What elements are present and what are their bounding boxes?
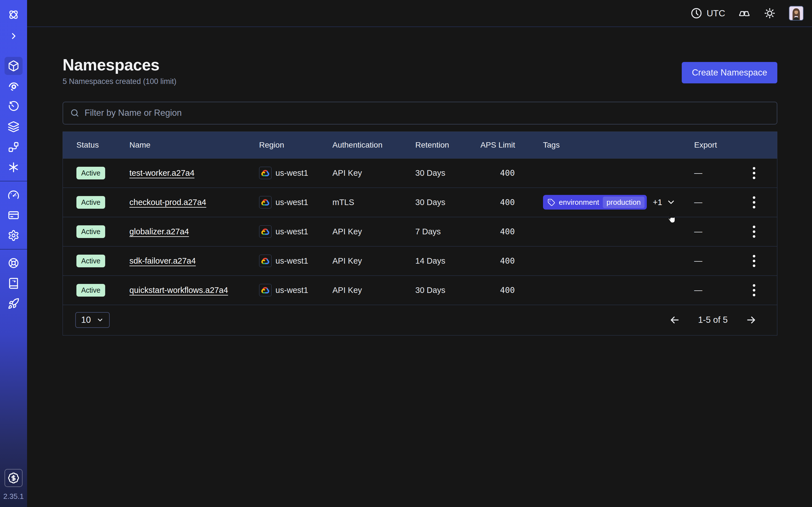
pricing-badge-button[interactable] xyxy=(4,469,22,487)
table-row: Active quickstart-workflows.a27a4 us-wes… xyxy=(63,276,777,305)
gcp-region-icon xyxy=(259,225,271,238)
monitor-eye-icon xyxy=(8,80,19,92)
search-icon xyxy=(70,108,80,118)
table-footer: 10 1-5 of 5 xyxy=(63,305,777,335)
row-menu-button[interactable] xyxy=(747,283,761,297)
page-subtitle: 5 Namespaces created (100 limit) xyxy=(63,77,176,86)
glasses-icon xyxy=(738,7,751,19)
sidebar-item-docs[interactable] xyxy=(4,274,22,292)
retention-value: 30 Days xyxy=(415,168,480,178)
namespace-link[interactable]: sdk-failover.a27a4 xyxy=(130,256,196,266)
layers-icon xyxy=(8,121,19,133)
docs-book-icon xyxy=(8,277,19,289)
page-size-select[interactable]: 10 xyxy=(75,312,110,328)
next-page-button[interactable] xyxy=(745,314,757,326)
pagination-range: 1-5 of 5 xyxy=(698,315,728,325)
sidebar-item-monitor[interactable] xyxy=(4,77,22,95)
aps-limit-value: 400 xyxy=(480,198,543,207)
tag-badge[interactable]: environment production xyxy=(543,195,647,210)
theme-toggle-button[interactable] xyxy=(763,7,776,19)
prev-page-button[interactable] xyxy=(669,314,680,326)
avatar-image xyxy=(790,6,803,20)
sidebar-divider xyxy=(0,249,27,249)
sidebar-item-nexus[interactable] xyxy=(4,158,22,176)
sidebar-item-settings[interactable] xyxy=(4,226,22,244)
status-badge: Active xyxy=(77,225,105,238)
nexus-asterisk-icon xyxy=(8,161,19,173)
billing-card-icon xyxy=(8,209,19,221)
col-name: Name xyxy=(130,140,259,150)
clock-icon xyxy=(690,7,703,19)
row-menu-button[interactable] xyxy=(747,166,761,180)
gcp-region-icon xyxy=(259,196,271,209)
col-export: Export xyxy=(694,140,731,150)
namespaces-table: Status Name Region Authentication Retent… xyxy=(63,131,777,335)
timer-icon xyxy=(8,101,19,112)
table-header: Status Name Region Authentication Retent… xyxy=(63,132,777,158)
col-aps-limit: APS Limit xyxy=(480,140,543,150)
table-row: Active globalizer.a27a4 us-west1 API Key… xyxy=(63,217,777,246)
row-menu-button[interactable] xyxy=(747,253,761,268)
create-namespace-button[interactable]: Create Namespace xyxy=(682,62,777,83)
getting-started-rocket-icon xyxy=(8,298,19,309)
sidebar-item-workflows[interactable] xyxy=(4,138,22,156)
col-authentication: Authentication xyxy=(333,140,415,150)
retention-value: 30 Days xyxy=(415,286,480,295)
sidebar-item-billing[interactable] xyxy=(4,206,22,224)
row-menu-button[interactable] xyxy=(747,224,761,239)
chevron-right-icon xyxy=(9,32,18,40)
status-badge: Active xyxy=(77,196,105,209)
aps-limit-value: 400 xyxy=(480,227,543,236)
namespaces-cube-icon xyxy=(8,60,19,72)
retention-value: 30 Days xyxy=(415,198,480,207)
namespace-link[interactable]: checkout-prod.a27a4 xyxy=(130,198,206,207)
sidebar: 2.35.1 xyxy=(0,0,27,507)
auth-value: API Key xyxy=(333,168,415,178)
filter-input[interactable] xyxy=(85,108,770,118)
sidebar-expand-button[interactable] xyxy=(4,27,22,45)
sidebar-divider xyxy=(0,181,27,181)
aps-limit-value: 400 xyxy=(480,256,543,266)
topbar: UTC xyxy=(27,0,812,27)
namespace-link[interactable]: globalizer.a27a4 xyxy=(130,227,189,236)
col-tags: Tags xyxy=(543,140,694,150)
user-avatar[interactable] xyxy=(789,6,804,20)
status-badge: Active xyxy=(77,284,105,297)
export-value: — xyxy=(694,256,731,266)
auth-value: API Key xyxy=(333,227,415,236)
table-body: Active test-worker.a27a4 us-west1 API Ke… xyxy=(63,158,777,305)
timezone-label: UTC xyxy=(707,8,725,18)
sun-icon xyxy=(763,7,776,19)
namespace-link[interactable]: quickstart-workflows.a27a4 xyxy=(130,286,228,295)
region-label: us-west1 xyxy=(275,286,308,295)
gcp-region-icon xyxy=(259,255,271,267)
table-row: Active checkout-prod.a27a4 us-west1 mTLS… xyxy=(63,187,777,217)
col-retention: Retention xyxy=(415,140,480,150)
sidebar-item-schedules[interactable] xyxy=(4,98,22,115)
retention-value: 7 Days xyxy=(415,227,480,236)
dev-mode-button[interactable] xyxy=(738,7,751,19)
row-menu-button[interactable] xyxy=(747,195,761,210)
sidebar-item-deployments[interactable] xyxy=(4,118,22,136)
sidebar-item-getting-started[interactable] xyxy=(4,295,22,313)
workflow-branch-icon xyxy=(8,141,19,153)
timezone-button[interactable]: UTC xyxy=(690,7,725,19)
chevron-down-icon xyxy=(96,316,104,324)
auth-value: mTLS xyxy=(333,198,415,207)
col-status: Status xyxy=(77,140,130,150)
sidebar-item-usage[interactable] xyxy=(4,186,22,204)
region-label: us-west1 xyxy=(275,198,308,207)
sidebar-item-support[interactable] xyxy=(4,254,22,272)
gcp-region-icon xyxy=(259,167,271,179)
gcp-region-icon xyxy=(259,284,271,296)
auth-value: API Key xyxy=(333,286,415,295)
sidebar-item-namespaces[interactable] xyxy=(4,57,22,75)
status-badge: Active xyxy=(77,167,105,179)
tags-expand-chevron[interactable] xyxy=(666,198,676,207)
aps-limit-value: 400 xyxy=(480,168,543,178)
auth-value: API Key xyxy=(333,256,415,266)
tag-group: environment production +1 xyxy=(543,195,694,210)
page-title: Namespaces xyxy=(63,56,176,74)
namespace-link[interactable]: test-worker.a27a4 xyxy=(130,168,195,178)
temporal-logo[interactable] xyxy=(4,6,22,24)
